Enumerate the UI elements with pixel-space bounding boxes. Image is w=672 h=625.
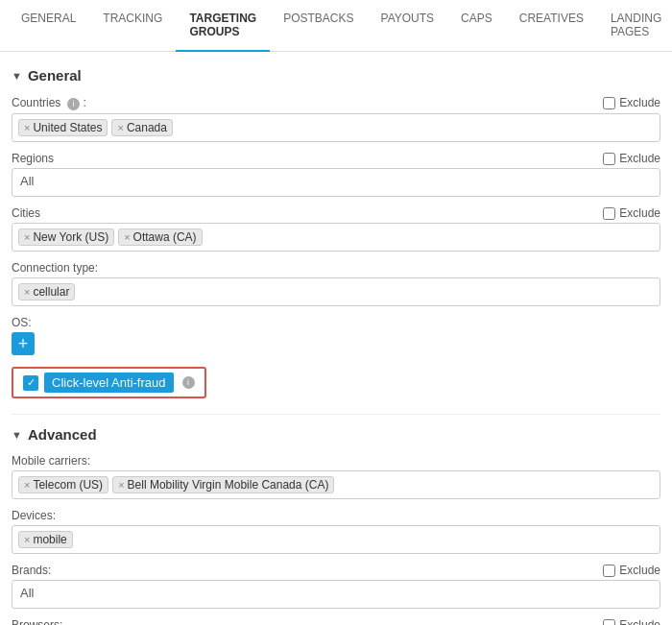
antifr-label: Click-level Anti-fraud bbox=[44, 373, 174, 393]
tag-cellular: × cellular bbox=[18, 283, 75, 300]
browsers-row: Browsers: Exclude All bbox=[12, 618, 660, 625]
tag-cellular-close-icon[interactable]: × bbox=[24, 286, 30, 298]
browsers-exclude-label[interactable]: Exclude bbox=[603, 618, 660, 625]
regions-exclude-label[interactable]: Exclude bbox=[603, 152, 660, 165]
tag-bell-close-icon[interactable]: × bbox=[118, 479, 124, 491]
cities-exclude-label[interactable]: Exclude bbox=[603, 206, 660, 220]
tag-new-york: × New York (US) bbox=[18, 228, 114, 246]
general-section-header: ▼ General bbox=[12, 67, 660, 84]
brands-value: All bbox=[20, 586, 34, 600]
tag-telecom: × Telecom (US) bbox=[18, 476, 108, 493]
main-content: ▼ General Countries i : Exclude × United bbox=[0, 52, 672, 625]
connection-tag-field[interactable]: × cellular bbox=[12, 277, 660, 306]
regions-label-row: Regions Exclude bbox=[12, 152, 660, 165]
countries-row: Countries i : Exclude × United States × … bbox=[12, 95, 660, 142]
tag-ottawa-label: Ottawa (CA) bbox=[133, 230, 197, 244]
connection-label: Connection type: bbox=[12, 261, 98, 275]
tab-general[interactable]: GENERAL bbox=[8, 0, 89, 52]
os-add-button[interactable]: + bbox=[12, 332, 35, 355]
antifr-info-icon[interactable]: i bbox=[182, 376, 195, 389]
tab-postbacks[interactable]: POSTBACKS bbox=[270, 0, 367, 52]
carriers-row: Mobile carriers: × Telecom (US) × Bell M… bbox=[12, 454, 660, 499]
antifr-checkbox[interactable]: ✓ bbox=[23, 375, 38, 391]
antifr-row: ✓ Click-level Anti-fraud i bbox=[12, 367, 660, 398]
antifr-box: ✓ Click-level Anti-fraud i bbox=[12, 367, 206, 398]
nav-tabs: GENERAL TRACKING TARGETING GROUPS POSTBA… bbox=[0, 0, 672, 52]
brands-exclude-label[interactable]: Exclude bbox=[603, 564, 660, 577]
cities-tag-field[interactable]: × New York (US) × Ottawa (CA) bbox=[12, 223, 660, 252]
advanced-arrow-icon: ▼ bbox=[12, 429, 22, 441]
tag-canada-close-icon[interactable]: × bbox=[117, 122, 123, 133]
regions-value: All bbox=[20, 174, 34, 188]
browsers-exclude-text: Exclude bbox=[619, 618, 660, 625]
tab-creatives[interactable]: CREATIVES bbox=[506, 0, 597, 52]
advanced-section-header: ▼ Advanced bbox=[12, 426, 660, 443]
brands-field[interactable]: All bbox=[12, 580, 660, 609]
tag-telecom-close-icon[interactable]: × bbox=[24, 479, 30, 491]
tag-telecom-label: Telecom (US) bbox=[33, 478, 103, 492]
tag-ny-label: New York (US) bbox=[33, 230, 108, 244]
cities-label: Cities bbox=[12, 206, 40, 220]
countries-info-icon[interactable]: i bbox=[67, 98, 80, 110]
countries-exclude-label[interactable]: Exclude bbox=[603, 96, 660, 109]
tab-targeting[interactable]: TARGETING GROUPS bbox=[176, 0, 270, 52]
browsers-exclude-checkbox[interactable] bbox=[603, 619, 615, 626]
tag-canada: × Canada bbox=[111, 119, 172, 136]
connection-row: Connection type: × cellular bbox=[12, 261, 660, 306]
carriers-tag-field[interactable]: × Telecom (US) × Bell Mobility Virgin Mo… bbox=[12, 470, 660, 499]
countries-exclude-checkbox[interactable] bbox=[603, 97, 615, 109]
tab-landing[interactable]: LANDING PAGES bbox=[597, 0, 672, 52]
page-container: GENERAL TRACKING TARGETING GROUPS POSTBA… bbox=[0, 0, 672, 625]
advanced-title: Advanced bbox=[28, 426, 97, 443]
carriers-label: Mobile carriers: bbox=[12, 454, 90, 468]
tag-bell: × Bell Mobility Virgin Mobile Canada (CA… bbox=[112, 476, 334, 493]
tag-ottawa-close-icon[interactable]: × bbox=[124, 231, 130, 243]
devices-row: Devices: × mobile bbox=[12, 509, 660, 554]
general-title: General bbox=[28, 67, 82, 84]
tab-payouts[interactable]: PAYOUTS bbox=[368, 0, 448, 52]
tab-caps[interactable]: CAPS bbox=[447, 0, 506, 52]
brands-exclude-text: Exclude bbox=[619, 564, 660, 577]
countries-exclude-text: Exclude bbox=[619, 96, 660, 109]
antifr-check-icon: ✓ bbox=[27, 376, 36, 389]
os-row: OS: + bbox=[12, 316, 660, 355]
cities-exclude-text: Exclude bbox=[619, 206, 660, 220]
countries-colon: : bbox=[84, 96, 86, 109]
regions-exclude-checkbox[interactable] bbox=[603, 153, 615, 165]
browsers-label: Browsers: bbox=[12, 618, 62, 625]
countries-label: Countries bbox=[12, 96, 60, 109]
brands-row: Brands: Exclude All bbox=[12, 564, 660, 609]
tag-cellular-label: cellular bbox=[33, 285, 69, 299]
regions-label: Regions bbox=[12, 152, 54, 165]
tag-us-close-icon[interactable]: × bbox=[24, 122, 30, 133]
regions-exclude-text: Exclude bbox=[619, 152, 660, 165]
cities-exclude-checkbox[interactable] bbox=[603, 207, 615, 220]
tag-ottawa: × Ottawa (CA) bbox=[118, 228, 202, 246]
tab-tracking[interactable]: TRACKING bbox=[89, 0, 176, 52]
brands-label: Brands: bbox=[12, 564, 51, 577]
section-divider bbox=[12, 414, 660, 415]
devices-label: Devices: bbox=[12, 509, 56, 522]
regions-row: Regions Exclude All bbox=[12, 152, 660, 197]
os-label-row: OS: bbox=[12, 316, 660, 329]
general-arrow-icon: ▼ bbox=[12, 70, 22, 82]
regions-field[interactable]: All bbox=[12, 168, 660, 197]
tag-bell-label: Bell Mobility Virgin Mobile Canada (CA) bbox=[128, 478, 329, 492]
connection-label-row: Connection type: bbox=[12, 261, 660, 275]
devices-label-row: Devices: bbox=[12, 509, 660, 522]
os-label: OS: bbox=[12, 316, 32, 329]
tag-mobile-close-icon[interactable]: × bbox=[24, 534, 30, 545]
countries-tag-field[interactable]: × United States × Canada bbox=[12, 113, 660, 142]
cities-label-row: Cities Exclude bbox=[12, 206, 660, 220]
tag-mobile-label: mobile bbox=[33, 533, 66, 546]
countries-label-group: Countries i : bbox=[12, 95, 86, 110]
cities-row: Cities Exclude × New York (US) × Ottawa … bbox=[12, 206, 660, 252]
countries-label-row: Countries i : Exclude bbox=[12, 95, 660, 110]
tag-canada-label: Canada bbox=[127, 121, 167, 134]
brands-exclude-checkbox[interactable] bbox=[603, 565, 615, 577]
browsers-label-row: Browsers: Exclude bbox=[12, 618, 660, 625]
devices-tag-field[interactable]: × mobile bbox=[12, 525, 660, 554]
tag-us-label: United States bbox=[33, 121, 102, 134]
carriers-label-row: Mobile carriers: bbox=[12, 454, 660, 468]
tag-ny-close-icon[interactable]: × bbox=[24, 231, 30, 243]
